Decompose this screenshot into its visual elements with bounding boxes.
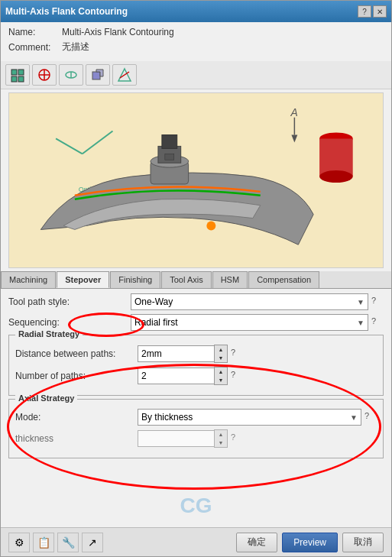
watermark: CG: [180, 494, 212, 518]
tool-path-style-label: Tool path style:: [8, 296, 131, 307]
bottom-icons: ⚙ 📋 🔧 ↗: [8, 533, 103, 552]
bottom-icon-4[interactable]: ↗: [82, 533, 103, 552]
bottom-icon-2[interactable]: 📋: [33, 533, 54, 552]
num-paths-up-btn[interactable]: ▲: [215, 368, 227, 376]
preview-image: A Optimal AX show: [8, 92, 384, 268]
dropdown-arrow: ▼: [357, 298, 364, 306]
main-window: Multi-Axis Flank Contouring ? ✕ Name: Mu…: [0, 0, 392, 557]
help-title-btn[interactable]: ?: [358, 5, 371, 18]
name-label: Name:: [8, 27, 62, 37]
tab-finishing[interactable]: Finishing: [110, 271, 160, 288]
sequencing-control: Radial first ▼ ?: [131, 314, 384, 331]
thickness-row: thickness ▲ ▼ ?: [15, 429, 377, 448]
cancel-button[interactable]: 取消: [342, 533, 384, 552]
sequencing-row: Sequencing: Radial first ▼ ?: [8, 314, 384, 331]
sequencing-label: Sequencing:: [8, 317, 131, 328]
mode-control: By thickness ▼ ?: [138, 409, 377, 426]
svg-rect-1: [18, 70, 24, 75]
tab-tool-axis[interactable]: Tool Axis: [161, 271, 211, 288]
toolbar: [1, 61, 391, 89]
svg-rect-3: [18, 76, 24, 82]
thickness-help[interactable]: ?: [231, 432, 243, 445]
thickness-up-btn[interactable]: ▲: [215, 430, 227, 439]
title-buttons: ? ✕: [358, 5, 387, 18]
distance-down-btn[interactable]: ▼: [215, 354, 227, 362]
svg-rect-29: [162, 135, 177, 149]
svg-rect-0: [11, 70, 17, 75]
sequencing-dropdown[interactable]: Radial first ▼: [131, 314, 368, 331]
distance-up-btn[interactable]: ▲: [215, 345, 227, 354]
distance-label: Distance between paths:: [15, 348, 138, 359]
window-title: Multi-Axis Flank Contouring: [5, 6, 128, 17]
tab-compensation[interactable]: Compensation: [248, 271, 319, 288]
mode-dropdown[interactable]: By thickness ▼: [138, 409, 361, 426]
distance-spinner: ▲ ▼: [138, 345, 228, 363]
mode-row: Mode: By thickness ▼ ?: [15, 409, 377, 426]
toolbar-btn-4[interactable]: [86, 64, 110, 86]
svg-rect-30: [165, 154, 174, 160]
radial-strategy-title: Radial Strategy: [15, 329, 83, 338]
toolbar-btn-5[interactable]: [112, 64, 137, 86]
title-bar: Multi-Axis Flank Contouring ? ✕: [1, 1, 391, 22]
axial-strategy-title: Axial Strategy: [15, 393, 77, 403]
num-paths-help[interactable]: ?: [231, 370, 243, 382]
close-title-btn[interactable]: ✕: [373, 5, 387, 18]
comment-label: Comment:: [8, 42, 62, 53]
mode-help[interactable]: ?: [364, 411, 377, 423]
num-paths-label: Number of paths:: [15, 371, 138, 381]
tool-path-style-row: Tool path style: One-Way ▼ ?: [8, 293, 384, 310]
bottom-icon-1[interactable]: ⚙: [8, 533, 30, 552]
distance-row: Distance between paths: ▲ ▼ ?: [15, 345, 377, 363]
tool-path-style-control: One-Way ▼ ?: [131, 293, 384, 310]
distance-help[interactable]: ?: [231, 348, 243, 360]
num-paths-row: Number of paths: ▲ ▼ ?: [15, 367, 377, 385]
toolbar-btn-2[interactable]: [32, 64, 57, 86]
header-area: Name: Multi-Axis Flank Contouring Commen…: [1, 22, 391, 61]
tool-path-help[interactable]: ?: [371, 296, 384, 308]
bottom-icon-3[interactable]: 🔧: [57, 533, 79, 552]
num-paths-down-btn[interactable]: ▼: [215, 376, 227, 384]
num-paths-input[interactable]: [138, 368, 214, 384]
num-paths-spinner-btns: ▲ ▼: [214, 367, 228, 385]
thickness-label: thickness: [15, 433, 138, 444]
tab-machining[interactable]: Machining: [1, 271, 56, 288]
distance-spinner-btns: ▲ ▼: [214, 345, 228, 363]
thickness-down-btn[interactable]: ▼: [215, 439, 227, 447]
sequencing-dropdown-arrow: ▼: [357, 319, 364, 327]
confirm-button[interactable]: 确定: [236, 533, 277, 552]
axial-strategy-group: Axial Strategy Mode: By thickness ▼ ? th: [8, 399, 384, 458]
svg-rect-9: [92, 72, 100, 79]
tool-path-style-dropdown[interactable]: One-Way ▼: [131, 293, 368, 310]
num-paths-control: ▲ ▼ ?: [138, 367, 377, 385]
svg-point-19: [319, 170, 353, 183]
tab-hsm[interactable]: HSM: [212, 271, 248, 288]
mode-dropdown-arrow: ▼: [350, 413, 358, 422]
thickness-input[interactable]: [138, 430, 214, 447]
name-value: Multi-Axis Flank Contouring: [62, 27, 174, 37]
thickness-spinner: ▲ ▼: [138, 429, 228, 448]
toolbar-btn-3[interactable]: [59, 64, 83, 86]
tabs-container: Machining Stepover Finishing Tool Axis H…: [1, 271, 391, 289]
comment-value: 无描述: [62, 40, 89, 53]
tool-path-style-value: One-Way: [134, 296, 173, 307]
bottom-bar: ⚙ 📋 🔧 ↗ 确定 Preview 取消: [1, 527, 391, 556]
mode-label: Mode:: [15, 412, 138, 423]
radial-strategy-group: Radial Strategy Distance between paths: …: [8, 335, 384, 396]
preview-button[interactable]: Preview: [282, 533, 338, 552]
tab-stepover[interactable]: Stepover: [57, 271, 109, 288]
svg-point-25: [206, 222, 215, 231]
sequencing-value: Radial first: [134, 317, 178, 328]
num-paths-spinner: ▲ ▼: [138, 367, 228, 385]
tab-content: Tool path style: One-Way ▼ ? Sequencing:…: [1, 289, 391, 466]
distance-input[interactable]: [138, 345, 214, 362]
thickness-control: ▲ ▼ ?: [138, 429, 377, 448]
svg-text:A: A: [290, 106, 297, 118]
svg-rect-2: [11, 76, 17, 82]
toolbar-btn-1[interactable]: [5, 64, 30, 86]
mode-value: By thickness: [141, 412, 193, 423]
distance-control: ▲ ▼ ?: [138, 345, 377, 363]
sequencing-help[interactable]: ?: [371, 316, 384, 329]
